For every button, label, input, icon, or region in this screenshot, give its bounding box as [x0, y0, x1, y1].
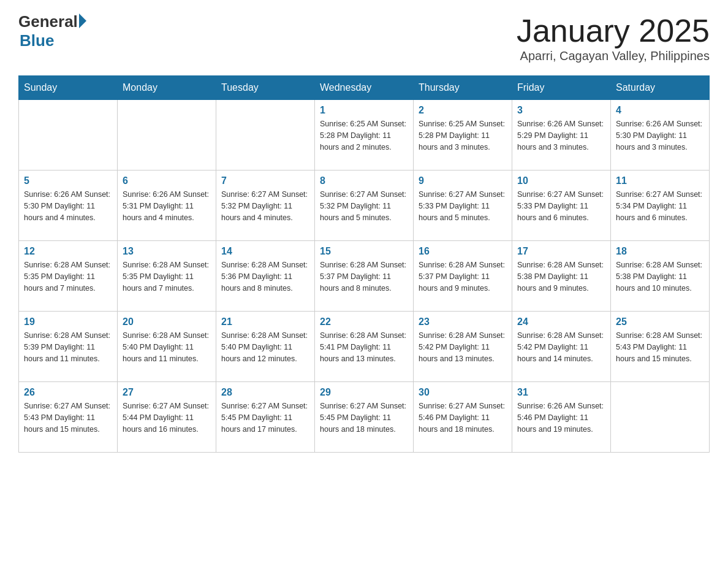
header-day-wednesday: Wednesday — [315, 76, 414, 100]
day-info: Sunrise: 6:28 AM Sunset: 5:42 PM Dayligh… — [517, 330, 605, 364]
day-number: 6 — [123, 175, 211, 186]
logo-text-blue: Blue — [20, 31, 54, 50]
header-day-saturday: Saturday — [611, 76, 710, 100]
day-number: 16 — [419, 246, 507, 257]
day-number: 2 — [419, 105, 507, 116]
calendar-cell: 15Sunrise: 6:28 AM Sunset: 5:37 PM Dayli… — [315, 241, 414, 312]
day-info: Sunrise: 6:28 AM Sunset: 5:38 PM Dayligh… — [616, 259, 704, 294]
day-number: 10 — [517, 175, 605, 186]
calendar-table: SundayMondayTuesdayWednesdayThursdayFrid… — [18, 75, 710, 453]
day-number: 21 — [221, 316, 309, 327]
day-info: Sunrise: 6:27 AM Sunset: 5:45 PM Dayligh… — [221, 400, 309, 435]
day-number: 24 — [517, 316, 605, 327]
calendar-cell: 21Sunrise: 6:28 AM Sunset: 5:40 PM Dayli… — [216, 312, 315, 382]
day-number: 19 — [24, 316, 112, 327]
calendar-cell: 29Sunrise: 6:27 AM Sunset: 5:45 PM Dayli… — [315, 382, 414, 453]
day-info: Sunrise: 6:27 AM Sunset: 5:33 PM Dayligh… — [419, 189, 507, 223]
calendar-cell: 12Sunrise: 6:28 AM Sunset: 5:35 PM Dayli… — [19, 241, 118, 312]
day-info: Sunrise: 6:26 AM Sunset: 5:29 PM Dayligh… — [517, 118, 605, 153]
day-number: 9 — [419, 175, 507, 186]
calendar-cell: 17Sunrise: 6:28 AM Sunset: 5:38 PM Dayli… — [512, 241, 611, 312]
day-number: 20 — [123, 316, 211, 327]
calendar-cell: 18Sunrise: 6:28 AM Sunset: 5:38 PM Dayli… — [611, 241, 710, 312]
calendar-cell: 5Sunrise: 6:26 AM Sunset: 5:30 PM Daylig… — [19, 170, 118, 241]
day-info: Sunrise: 6:28 AM Sunset: 5:35 PM Dayligh… — [24, 259, 112, 294]
calendar-cell: 27Sunrise: 6:27 AM Sunset: 5:44 PM Dayli… — [118, 382, 216, 453]
calendar-cell: 20Sunrise: 6:28 AM Sunset: 5:40 PM Dayli… — [118, 312, 216, 382]
day-number: 7 — [221, 175, 309, 186]
day-info: Sunrise: 6:26 AM Sunset: 5:31 PM Dayligh… — [123, 189, 211, 223]
calendar-cell: 4Sunrise: 6:26 AM Sunset: 5:30 PM Daylig… — [611, 100, 710, 170]
calendar-cell: 24Sunrise: 6:28 AM Sunset: 5:42 PM Dayli… — [512, 312, 611, 382]
calendar-cell: 26Sunrise: 6:27 AM Sunset: 5:43 PM Dayli… — [19, 382, 118, 453]
day-number: 17 — [517, 246, 605, 257]
calendar-cell: 30Sunrise: 6:27 AM Sunset: 5:46 PM Dayli… — [414, 382, 512, 453]
day-number: 22 — [320, 316, 408, 327]
calendar-cell: 16Sunrise: 6:28 AM Sunset: 5:37 PM Dayli… — [414, 241, 512, 312]
day-number: 5 — [24, 175, 112, 186]
calendar-cell: 11Sunrise: 6:27 AM Sunset: 5:34 PM Dayli… — [611, 170, 710, 241]
calendar-header: SundayMondayTuesdayWednesdayThursdayFrid… — [19, 76, 710, 100]
header-row: SundayMondayTuesdayWednesdayThursdayFrid… — [19, 76, 710, 100]
logo: General Blue — [18, 12, 86, 50]
calendar-cell: 7Sunrise: 6:27 AM Sunset: 5:32 PM Daylig… — [216, 170, 315, 241]
calendar-cell: 19Sunrise: 6:28 AM Sunset: 5:39 PM Dayli… — [19, 312, 118, 382]
calendar-cell: 25Sunrise: 6:28 AM Sunset: 5:43 PM Dayli… — [611, 312, 710, 382]
day-info: Sunrise: 6:27 AM Sunset: 5:45 PM Dayligh… — [320, 400, 408, 435]
day-info: Sunrise: 6:28 AM Sunset: 5:40 PM Dayligh… — [221, 330, 309, 364]
day-info: Sunrise: 6:28 AM Sunset: 5:37 PM Dayligh… — [419, 259, 507, 294]
header-day-friday: Friday — [512, 76, 611, 100]
day-info: Sunrise: 6:25 AM Sunset: 5:28 PM Dayligh… — [419, 118, 507, 153]
day-info: Sunrise: 6:28 AM Sunset: 5:42 PM Dayligh… — [419, 330, 507, 364]
day-info: Sunrise: 6:28 AM Sunset: 5:40 PM Dayligh… — [123, 330, 211, 364]
calendar-cell: 8Sunrise: 6:27 AM Sunset: 5:32 PM Daylig… — [315, 170, 414, 241]
day-info: Sunrise: 6:28 AM Sunset: 5:43 PM Dayligh… — [616, 330, 704, 364]
calendar-cell — [19, 100, 118, 170]
calendar-cell: 10Sunrise: 6:27 AM Sunset: 5:33 PM Dayli… — [512, 170, 611, 241]
calendar-cell — [118, 100, 216, 170]
day-number: 12 — [24, 246, 112, 257]
calendar-cell: 2Sunrise: 6:25 AM Sunset: 5:28 PM Daylig… — [414, 100, 512, 170]
week-row-3: 12Sunrise: 6:28 AM Sunset: 5:35 PM Dayli… — [19, 241, 710, 312]
page-header: General Blue January 2025 Aparri, Cagaya… — [18, 12, 710, 63]
day-number: 31 — [517, 387, 605, 398]
day-info: Sunrise: 6:27 AM Sunset: 5:32 PM Dayligh… — [320, 189, 408, 223]
day-info: Sunrise: 6:28 AM Sunset: 5:41 PM Dayligh… — [320, 330, 408, 364]
day-info: Sunrise: 6:28 AM Sunset: 5:36 PM Dayligh… — [221, 259, 309, 294]
day-info: Sunrise: 6:27 AM Sunset: 5:33 PM Dayligh… — [517, 189, 605, 223]
day-number: 18 — [616, 246, 704, 257]
day-info: Sunrise: 6:27 AM Sunset: 5:46 PM Dayligh… — [419, 400, 507, 435]
header-day-tuesday: Tuesday — [216, 76, 315, 100]
day-number: 4 — [616, 105, 704, 116]
location-subtitle: Aparri, Cagayan Valley, Philippines — [517, 49, 710, 63]
header-day-sunday: Sunday — [19, 76, 118, 100]
day-info: Sunrise: 6:26 AM Sunset: 5:46 PM Dayligh… — [517, 400, 605, 435]
day-info: Sunrise: 6:25 AM Sunset: 5:28 PM Dayligh… — [320, 118, 408, 153]
day-number: 23 — [419, 316, 507, 327]
calendar-cell: 13Sunrise: 6:28 AM Sunset: 5:35 PM Dayli… — [118, 241, 216, 312]
calendar-cell: 3Sunrise: 6:26 AM Sunset: 5:29 PM Daylig… — [512, 100, 611, 170]
header-day-thursday: Thursday — [414, 76, 512, 100]
calendar-cell: 14Sunrise: 6:28 AM Sunset: 5:36 PM Dayli… — [216, 241, 315, 312]
month-title: January 2025 — [517, 12, 710, 49]
calendar-cell — [611, 382, 710, 453]
day-number: 14 — [221, 246, 309, 257]
calendar-cell: 28Sunrise: 6:27 AM Sunset: 5:45 PM Dayli… — [216, 382, 315, 453]
day-info: Sunrise: 6:27 AM Sunset: 5:32 PM Dayligh… — [221, 189, 309, 223]
day-number: 8 — [320, 175, 408, 186]
day-number: 30 — [419, 387, 507, 398]
calendar-cell — [216, 100, 315, 170]
day-number: 15 — [320, 246, 408, 257]
calendar-cell: 22Sunrise: 6:28 AM Sunset: 5:41 PM Dayli… — [315, 312, 414, 382]
header-day-monday: Monday — [118, 76, 216, 100]
day-number: 26 — [24, 387, 112, 398]
week-row-4: 19Sunrise: 6:28 AM Sunset: 5:39 PM Dayli… — [19, 312, 710, 382]
day-number: 28 — [221, 387, 309, 398]
day-number: 3 — [517, 105, 605, 116]
logo-text-general: General — [18, 12, 78, 31]
title-section: January 2025 Aparri, Cagayan Valley, Phi… — [517, 12, 710, 63]
day-number: 27 — [123, 387, 211, 398]
day-number: 11 — [616, 175, 704, 186]
day-number: 29 — [320, 387, 408, 398]
day-info: Sunrise: 6:28 AM Sunset: 5:35 PM Dayligh… — [123, 259, 211, 294]
